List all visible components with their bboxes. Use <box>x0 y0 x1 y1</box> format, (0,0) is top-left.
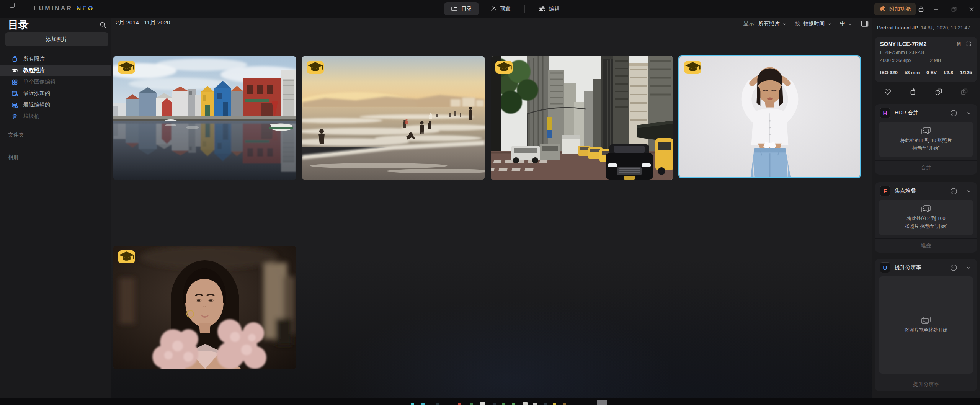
logo-neo: NEO <box>77 5 95 12</box>
duplicate-button[interactable] <box>934 87 943 96</box>
panel-toggle-button[interactable] <box>861 20 869 28</box>
sidebar-item-label: 最近编辑的 <box>23 101 50 108</box>
filmstrip-thumbnail[interactable] <box>436 403 439 405</box>
lens-label: E 28-75mm F2.8-2.8 <box>880 50 972 55</box>
show-filter-dropdown[interactable]: 显示: 所有照片 <box>743 20 787 27</box>
sidebar-item-all-photos[interactable]: 所有照片 <box>0 53 111 65</box>
inspector-panel: Portrait tutorial.JP 14 8月 2020, 13:21:4… <box>872 18 980 398</box>
logo-luminar: LUMINAR <box>34 5 73 12</box>
tutorial-badge-icon <box>118 61 135 74</box>
filmstrip-thumbnail[interactable] <box>493 403 496 405</box>
sidebar-title: 目录 <box>8 18 29 32</box>
photo-thumbnail-canal-houses[interactable] <box>113 56 296 180</box>
tab-edit-label: 编辑 <box>549 5 560 12</box>
add-photos-label: 添加照片 <box>46 36 67 43</box>
filmstrip-thumbnail[interactable] <box>533 403 537 405</box>
focus-stacking-title: 焦点堆叠 <box>895 188 942 194</box>
tab-presets[interactable]: 预置 <box>483 2 518 15</box>
photo-thumbnail-sunset-beach[interactable] <box>302 56 485 180</box>
chevron-down-icon <box>827 22 831 26</box>
sidebar-item-tutorial-photos[interactable]: 教程照片 <box>0 65 111 76</box>
photo-thumbnail-pink-portrait[interactable] <box>113 246 296 369</box>
upscale-icon: U <box>880 262 890 273</box>
hdr-drop-hint-line2: 拖动至“开始” <box>906 145 946 152</box>
minimize-button[interactable] <box>932 5 941 14</box>
photos-stack-icon <box>921 205 931 213</box>
filmstrip-thumbnail[interactable] <box>512 403 515 405</box>
sidebar-item-recently-edited[interactable]: 最近编辑的 <box>0 99 111 111</box>
filmstrip-thumbnail[interactable] <box>480 402 485 405</box>
photo-thumbnail-city-street[interactable] <box>491 56 673 180</box>
maximize-button[interactable] <box>949 5 959 14</box>
filmstrip-thumbnail[interactable] <box>470 403 473 405</box>
focus-stacking-header: F 焦点堆叠 <box>875 182 977 200</box>
focus-stacking-dropzone[interactable]: 将此处的 2 到 100 张照片 拖动至“开始” <box>879 200 973 235</box>
search-button[interactable] <box>98 20 108 30</box>
magic-wand-icon <box>490 5 497 12</box>
chevron-down-icon <box>782 22 787 26</box>
photo-actions-row <box>875 87 977 97</box>
more-options-icon[interactable] <box>950 109 957 117</box>
dimensions-label: 4000 x 2668px <box>880 58 930 63</box>
sort-dropdown[interactable]: 按 拍摄时间 <box>795 20 831 27</box>
more-options-icon[interactable] <box>950 264 957 271</box>
puzzle-icon <box>879 6 886 13</box>
filmstrip-thumbnail[interactable] <box>597 400 607 405</box>
hdr-merge-button[interactable]: 合并 <box>875 160 977 175</box>
shooting-mode-badge: M <box>957 41 961 47</box>
rotate-button[interactable] <box>909 87 918 96</box>
sort-label: 按 <box>795 20 800 27</box>
more-options-icon[interactable] <box>950 187 957 195</box>
sidebar: 目录 添加照片 所有照片 教程照片 <box>0 18 111 398</box>
focus-stacking-card: F 焦点堆叠 将此处的 2 到 100 张照片 拖动至“开始” 堆叠 <box>875 182 977 253</box>
view-controls: 显示: 所有照片 按 拍摄时间 中 <box>743 18 869 29</box>
folders-section-label[interactable]: 文件夹 <box>8 132 24 139</box>
focus-drop-hint-line2: 张照片 拖动至“开始” <box>898 223 954 230</box>
collapse-chevron-icon[interactable] <box>965 187 972 195</box>
hdr-merge-dropzone[interactable]: 将此处的 1 到 10 张照片 拖动至“开始” <box>879 122 973 157</box>
favorite-heart-button[interactable] <box>883 87 892 96</box>
sidebar-item-trash[interactable]: 垃圾桶 <box>0 111 111 122</box>
thumb-size-dropdown[interactable]: 中 <box>840 20 852 27</box>
focal-length-value: 58 mm <box>905 70 920 75</box>
filmstrip-thumbnail[interactable] <box>553 403 556 405</box>
upscale-dropzone[interactable]: 将照片拖至此处开始 <box>879 276 973 374</box>
sliders-icon <box>539 5 546 12</box>
sidebar-item-label: 单个图像编辑 <box>23 78 56 85</box>
tutorial-badge-icon <box>495 61 513 74</box>
filmstrip-thumbnail[interactable] <box>421 403 425 405</box>
close-button[interactable] <box>967 5 976 14</box>
collapse-chevron-icon[interactable] <box>965 109 972 117</box>
focus-stacking-button[interactable]: 堆叠 <box>875 238 977 253</box>
collapse-chevron-icon[interactable] <box>965 264 972 271</box>
filmstrip-thumbnail[interactable] <box>563 403 566 405</box>
add-photos-button[interactable]: 添加照片 <box>5 32 108 46</box>
filmstrip-thumbnail[interactable] <box>523 402 528 405</box>
upscale-header: U 提升分辨率 <box>875 259 977 276</box>
filmstrip[interactable] <box>0 398 980 405</box>
filesize-label: 2 MB <box>930 58 941 63</box>
tutorial-badge-icon <box>307 61 324 74</box>
tab-edit[interactable]: 编辑 <box>532 2 567 15</box>
photo-thumbnail-studio-selected[interactable] <box>678 55 861 178</box>
date-range-label: 2月 2014 - 11月 2020 <box>116 19 170 26</box>
upscale-button[interactable]: 提升分辨率 <box>875 377 977 391</box>
chevron-down-icon <box>848 22 852 26</box>
filmstrip-thumbnail[interactable] <box>411 403 414 405</box>
hdr-drop-hint-line1: 将此处的 1 到 10 张照片 <box>894 137 958 144</box>
recently-edited-icon <box>11 102 18 108</box>
file-info-row: Portrait tutorial.JP 14 8月 2020, 13:21:4… <box>877 24 976 31</box>
filmstrip-thumbnail[interactable] <box>458 403 461 405</box>
tab-divider <box>524 5 525 13</box>
copy-adjustments-button[interactable] <box>960 87 969 96</box>
share-button[interactable] <box>916 5 926 14</box>
sidebar-item-recently-added[interactable]: 最近添加的 <box>0 88 111 99</box>
extras-button[interactable]: 附加功能 <box>874 3 916 15</box>
sidebar-item-single-edits[interactable]: 单个图像编辑 <box>0 76 111 88</box>
filmstrip-thumbnail[interactable] <box>544 403 547 405</box>
tab-catalog[interactable]: 目录 <box>444 2 479 15</box>
albums-section-label[interactable]: 相册 <box>8 154 19 161</box>
shutter-value: 1/125 <box>960 70 972 75</box>
show-label: 显示: <box>743 20 756 27</box>
filmstrip-thumbnail[interactable] <box>502 403 505 405</box>
